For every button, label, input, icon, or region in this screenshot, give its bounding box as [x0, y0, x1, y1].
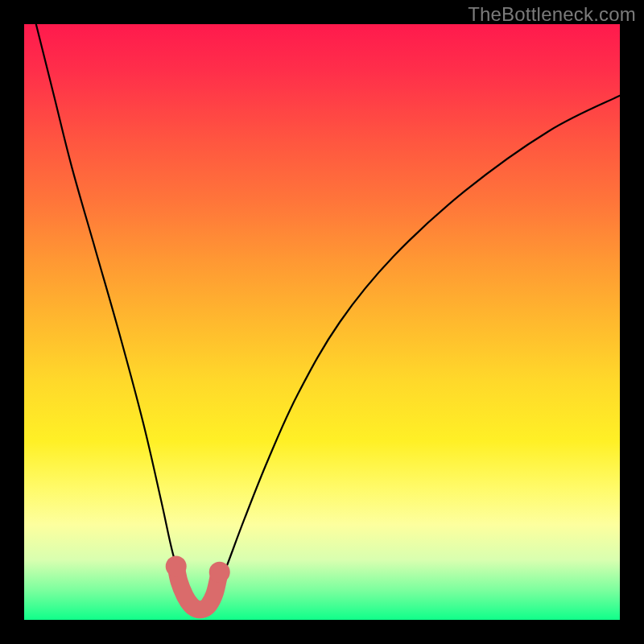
bottleneck-curve-svg — [24, 24, 620, 620]
watermark-text: TheBottleneck.com — [468, 3, 636, 26]
highlight-endpoint — [209, 562, 230, 583]
highlight-endpoint — [166, 555, 187, 576]
chart-plot-area — [24, 24, 620, 620]
bottleneck-curve-path — [36, 24, 620, 615]
